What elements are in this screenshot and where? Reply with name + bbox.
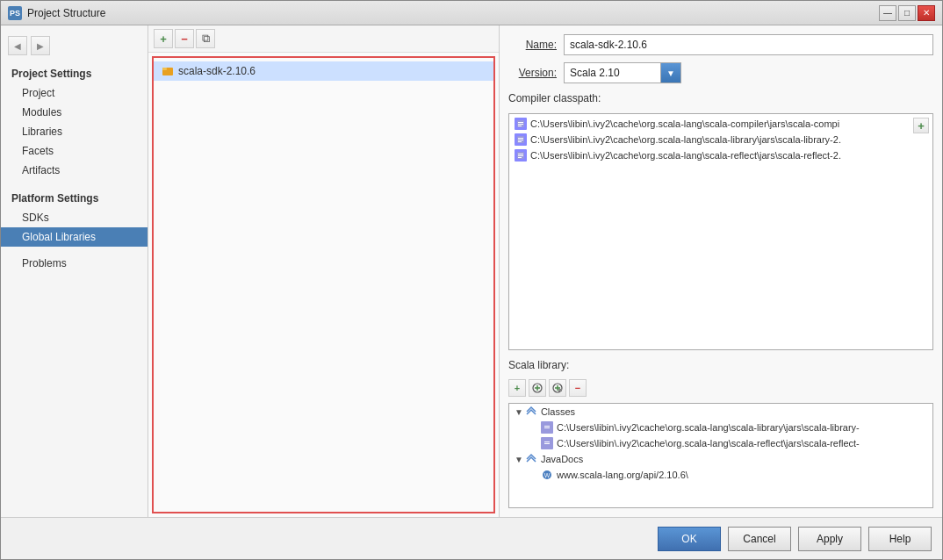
svg-rect-7 [518, 138, 523, 139]
classpath-item[interactable]: C:\Users\libin\.ivy2\cache\org.scala-lan… [509, 147, 932, 163]
sidebar-item-problems[interactable]: Problems [1, 254, 148, 273]
classes-item-1: C:\Users\libin\.ivy2\cache\org.scala-lan… [557, 422, 860, 433]
add-classpath-button[interactable]: + [913, 118, 929, 133]
classpath-item[interactable]: C:\Users\libin\.ivy2\cache\org.scala-lan… [509, 116, 932, 132]
bottom-bar: OK Cancel Apply Help [1, 517, 942, 559]
svg-rect-5 [518, 126, 522, 126]
lib-tree-item[interactable]: C:\Users\libin\.ivy2\cache\org.scala-lan… [509, 435, 932, 451]
sdk-name: scala-sdk-2.10.6 [178, 65, 256, 77]
lib-tree-item[interactable]: W www.scala-lang.org/api/2.10.6\ [509, 467, 932, 483]
compiler-classpath-label: Compiler classpath: [508, 90, 933, 106]
javadocs-label: JavaDocs [541, 454, 583, 464]
center-toolbar: + − ⧉ [148, 25, 499, 53]
window-controls: — □ ✕ [879, 5, 935, 21]
platform-settings-header: Platform Settings [1, 187, 148, 208]
forward-button[interactable]: ▶ [31, 36, 50, 55]
scala-library-toolbar: + [508, 377, 933, 399]
sidebar-item-facets[interactable]: Facets [1, 141, 148, 161]
lib-file-icon [541, 437, 553, 449]
main-window: PS Project Structure — □ ✕ ◀ ▶ Project S… [0, 0, 943, 560]
svg-rect-26 [544, 443, 550, 444]
version-label: Version: [508, 67, 557, 79]
svg-text:W: W [544, 472, 551, 478]
name-input[interactable] [564, 34, 933, 55]
version-dropdown-button[interactable]: ▼ [660, 62, 681, 83]
classpath-item-text: C:\Users\libin\.ivy2\cache\org.scala-lan… [530, 134, 841, 145]
classpath-item-text: C:\Users\libin\.ivy2\cache\org.scala-lan… [530, 150, 841, 161]
sidebar-item-global-libraries[interactable]: Global Libraries [1, 227, 148, 247]
sidebar-item-sdks[interactable]: SDKs [1, 208, 148, 227]
classes-label: Classes [541, 406, 575, 417]
classpath-icon [515, 149, 527, 162]
classpath-list: C:\Users\libin\.ivy2\cache\org.scala-lan… [509, 114, 932, 349]
copy-item-button[interactable]: ⧉ [196, 29, 215, 48]
classpath-item-text: C:\Users\libin\.ivy2\cache\org.scala-lan… [530, 118, 839, 129]
lib-tree-item[interactable]: C:\Users\libin\.ivy2\cache\org.scala-lan… [509, 420, 932, 435]
compiler-classpath-area: + C:\Users\libin\.ivy2\cache\org.scala-l… [508, 113, 933, 350]
svg-rect-11 [518, 154, 523, 154]
sdk-list: scala-sdk-2.10.6 [152, 56, 495, 513]
lib-remove-button[interactable]: − [569, 379, 587, 397]
svg-rect-13 [518, 157, 522, 158]
lib-file-icon [541, 421, 553, 434]
add-item-button[interactable]: + [154, 29, 173, 48]
nav-buttons: ◀ ▶ [1, 32, 148, 62]
svg-rect-9 [518, 141, 522, 142]
classpath-icon [515, 133, 527, 146]
right-panel: Name: Version: ▼ Compiler classpath: + [500, 25, 942, 517]
sdk-icon [161, 64, 175, 78]
name-row: Name: [508, 34, 933, 55]
sdk-item[interactable]: scala-sdk-2.10.6 [154, 61, 493, 81]
minimize-button[interactable]: — [879, 5, 896, 21]
project-settings-header: Project Settings [1, 62, 148, 83]
help-button[interactable]: Help [868, 527, 932, 551]
back-button[interactable]: ◀ [8, 36, 27, 55]
window-title: Project Structure [27, 7, 879, 19]
apply-button[interactable]: Apply [798, 527, 861, 551]
maximize-button[interactable]: □ [898, 5, 916, 21]
scala-library-section: Scala library: + [508, 357, 933, 508]
javadocs-arrow-icon: ▼ [515, 455, 523, 464]
sidebar-item-libraries[interactable]: Libraries [1, 122, 148, 141]
svg-rect-1 [162, 68, 167, 70]
remove-item-button[interactable]: − [175, 29, 194, 48]
lib-add-dir-button[interactable] [549, 379, 566, 397]
center-panel: + − ⧉ scala-sdk-2.10.6 [148, 25, 500, 517]
svg-rect-4 [518, 124, 523, 125]
sidebar-item-artifacts[interactable]: Artifacts [1, 161, 148, 180]
javadocs-item-1: www.scala-lang.org/api/2.10.6\ [557, 470, 688, 480]
sidebar-item-project[interactable]: Project [1, 83, 148, 103]
svg-rect-22 [544, 426, 550, 427]
cancel-button[interactable]: Cancel [728, 527, 791, 551]
scala-library-label: Scala library: [508, 357, 933, 373]
svg-rect-20 [558, 389, 562, 391]
svg-rect-8 [518, 140, 523, 140]
classpath-icon [515, 118, 527, 130]
classes-item-2: C:\Users\libin\.ivy2\cache\org.scala-lan… [557, 438, 860, 449]
classes-arrow-icon: ▼ [515, 407, 523, 417]
close-button[interactable]: ✕ [918, 5, 935, 21]
app-icon: PS [8, 6, 22, 20]
lib-add-external-button[interactable] [529, 379, 546, 397]
classpath-item[interactable]: C:\Users\libin\.ivy2\cache\org.scala-lan… [509, 132, 932, 147]
main-content: ◀ ▶ Project Settings Project Modules Lib… [1, 25, 942, 517]
sidebar-item-modules[interactable]: Modules [1, 103, 148, 122]
classes-node[interactable]: ▼ Classes [509, 404, 932, 420]
scala-library-tree: ▼ Classes C:\Users\libin\.ivy2\cache\org… [508, 403, 933, 508]
javadocs-node[interactable]: ▼ JavaDocs [509, 451, 932, 467]
version-select-wrapper: ▼ [564, 62, 681, 83]
version-row: Version: ▼ [508, 62, 933, 83]
lib-add-button[interactable]: + [508, 379, 526, 397]
name-label: Name: [508, 39, 557, 51]
ok-button[interactable]: OK [658, 527, 721, 551]
title-bar: PS Project Structure — □ ✕ [1, 1, 942, 25]
version-input[interactable] [564, 62, 660, 83]
svg-rect-3 [518, 122, 523, 123]
svg-rect-23 [544, 427, 550, 428]
svg-rect-25 [544, 442, 550, 442]
sidebar: ◀ ▶ Project Settings Project Modules Lib… [1, 25, 148, 517]
svg-rect-12 [518, 155, 523, 156]
